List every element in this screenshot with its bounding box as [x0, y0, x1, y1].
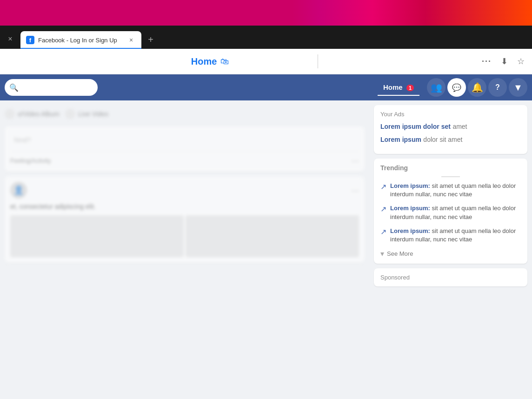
bookmark-button[interactable]: ☆ — [515, 54, 526, 68]
pocket-button[interactable]: ⬇ — [499, 54, 510, 68]
account-dropdown-button[interactable]: ▼ — [509, 78, 527, 97]
active-tab[interactable]: f Facebook - Log In or Sign Up × — [20, 31, 141, 49]
see-more-button[interactable]: ▾ See More — [380, 249, 521, 258]
trending-bold-1: Lorem ipsum: — [390, 182, 430, 189]
ad-2-body: dolor sit amet — [423, 136, 462, 143]
sponsored-title: Sponsored — [380, 274, 521, 281]
fb-post-header: 👤 ··· — [10, 182, 359, 199]
fb-navbar: 🔍 Home 1 👥 💬 🔔 ? ▼ — [0, 74, 532, 100]
trending-bold-3: Lorem ipsum: — [390, 227, 430, 234]
trending-text-3: Lorem ipsum: sit amet ut quam nella leo … — [390, 227, 521, 244]
address-bar-site-name: Home — [191, 56, 217, 67]
fb-post-box: hind? Feeling/Activity ··· — [5, 126, 365, 172]
address-bar-center: Home 🛍 — [110, 56, 311, 67]
fb-post-images — [10, 215, 359, 257]
trending-item-3: ↗ Lorem ipsum: sit amet ut quam nella le… — [380, 227, 521, 244]
dropdown-icon: ▼ — [513, 82, 523, 93]
avatar: 👤 — [10, 182, 27, 199]
post-card-dots[interactable]: ··· — [351, 185, 359, 196]
help-icon: ? — [495, 83, 500, 92]
friends-icon: 👥 — [431, 82, 442, 93]
feeling-activity-button[interactable]: Feeling/Activity — [10, 157, 51, 164]
photo-video-icon — [5, 109, 15, 119]
trending-bold-2: Lorem ipsum: — [390, 205, 430, 212]
see-more-label: See More — [387, 250, 413, 257]
search-input[interactable] — [21, 84, 86, 91]
trending-arrow-3: ↗ — [380, 227, 386, 236]
fb-sponsored-box: Sponsored — [374, 268, 527, 286]
avatar-icon: 👤 — [13, 185, 24, 195]
fb-trending-box: Trending ↗ Lorem ipsum: sit amet ut quam… — [374, 159, 527, 264]
trending-title: Trending — [380, 164, 521, 172]
fb-ads-box: Your Ads Lorem ipsum dolor set amet Lore… — [374, 105, 527, 154]
post-placeholder: hind? — [10, 132, 359, 147]
fb-nav-icons: 👥 💬 🔔 ? ▼ — [427, 78, 527, 97]
address-bar-actions: ··· ⬇ ☆ — [326, 54, 526, 68]
photo-video-album-button[interactable]: o/Video Album — [5, 109, 60, 119]
post-image-2 — [186, 215, 359, 257]
trending-arrow-2: ↗ — [380, 205, 386, 213]
trending-text-1: Lorem ipsum: sit amet ut quam nella leo … — [390, 182, 521, 199]
post-more-button[interactable]: ··· — [351, 155, 359, 166]
trending-text-2: Lorem ipsum: sit amet ut quam nella leo … — [390, 204, 521, 221]
tab-title: Facebook - Log In or Sign Up — [38, 37, 123, 44]
trending-arrow-1: ↗ — [380, 182, 386, 191]
fb-main-content: o/Video Album Live Video hind? Feeling/A… — [0, 100, 532, 399]
live-video-button[interactable]: Live Video — [65, 109, 108, 119]
fb-left-panel: o/Video Album Live Video hind? Feeling/A… — [0, 100, 369, 399]
tab-close-button[interactable]: × — [126, 35, 136, 45]
fb-post-card: 👤 ··· et, consectetur adipiscing elit. — [5, 176, 365, 263]
ads-title: Your Ads — [380, 111, 521, 118]
home-badge: 1 — [406, 85, 414, 91]
new-tab-button[interactable]: + — [143, 32, 158, 47]
messenger-icon: 💬 — [452, 83, 461, 92]
tab-bar: × f Facebook - Log In or Sign Up × + — [0, 26, 532, 49]
fb-post-actions: Feeling/Activity ··· — [10, 151, 359, 166]
fb-toolbar: o/Video Album Live Video — [5, 105, 365, 123]
see-more-icon: ▾ — [380, 249, 384, 258]
trending-item-1: ↗ Lorem ipsum: sit amet ut quam nella le… — [380, 182, 521, 199]
browser-menu-button[interactable]: ··· — [480, 55, 493, 68]
fb-right-panel: Your Ads Lorem ipsum dolor set amet Lore… — [369, 100, 532, 399]
ad-item-1: Lorem ipsum dolor set amet — [380, 122, 521, 131]
trending-item-2: ↗ Lorem ipsum: sit amet ut quam nella le… — [380, 204, 521, 221]
fb-nav-center: Home 1 — [378, 80, 419, 96]
tab-active-indicator — [20, 48, 141, 49]
ad-2-headline: Lorem ipsum — [380, 136, 421, 143]
photo-video-label: o/Video Album — [18, 110, 60, 118]
ad-item-2: Lorem ipsum dolor sit amet — [380, 135, 521, 144]
post-text: et, consectetur adipiscing elit. — [10, 202, 359, 212]
address-bar-row: Home 🛍 ··· ⬇ ☆ — [0, 49, 532, 74]
live-video-icon — [65, 109, 75, 119]
tab-favicon: f — [26, 36, 34, 44]
live-video-label: Live Video — [78, 110, 108, 118]
fb-home-link[interactable]: Home 1 — [378, 80, 419, 96]
feeling-label: Feeling/Activity — [10, 157, 51, 164]
help-button[interactable]: ? — [488, 78, 507, 97]
search-icon: 🔍 — [9, 83, 19, 92]
trending-divider — [441, 176, 460, 177]
ad-1-body: amet — [452, 123, 467, 130]
fb-search-container[interactable]: 🔍 — [5, 79, 98, 96]
messenger-button[interactable]: 💬 — [447, 78, 466, 97]
bag-icon: 🛍 — [220, 57, 229, 66]
friends-button[interactable]: 👥 — [427, 78, 446, 97]
notifications-button[interactable]: 🔔 — [468, 78, 486, 97]
post-image-1 — [10, 215, 184, 257]
window-close-button[interactable]: × — [4, 30, 17, 48]
notifications-icon: 🔔 — [472, 82, 483, 93]
address-bar-divider — [318, 54, 318, 68]
browser-top-bar — [0, 0, 532, 26]
ad-1-headline: Lorem ipsum dolor set — [380, 123, 451, 130]
